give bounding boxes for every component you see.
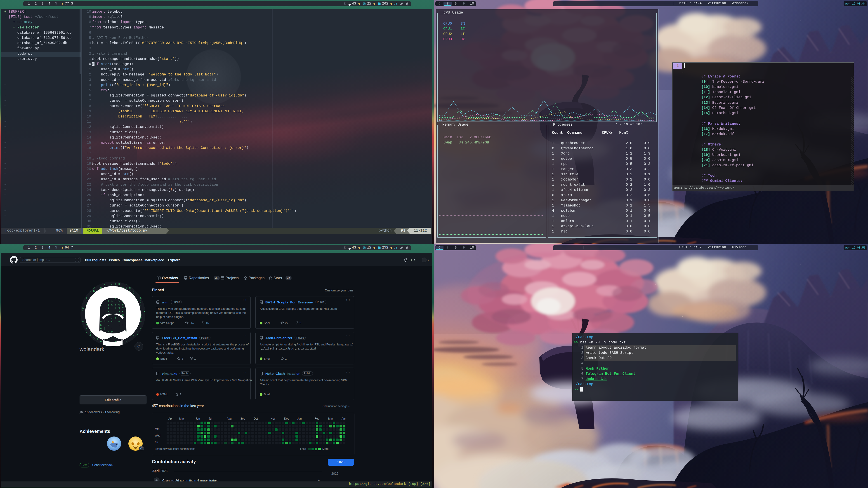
svg-text:R: R xyxy=(144,330,145,333)
svg-text:N: N xyxy=(140,297,142,299)
svg-text:?: ? xyxy=(86,327,87,330)
svg-text:R: R xyxy=(119,320,120,323)
svg-text:R: R xyxy=(129,287,131,289)
svg-text:N: N xyxy=(136,290,138,293)
svg-text:>: > xyxy=(97,283,98,286)
svg-text:K: K xyxy=(82,341,84,344)
svg-text:N: N xyxy=(100,327,102,330)
svg-text:l: l xyxy=(107,300,109,303)
svg-text:/: / xyxy=(133,287,134,289)
svg-text:%: % xyxy=(107,310,109,313)
svg-text:[: [ xyxy=(144,287,145,289)
svg-text:+: + xyxy=(136,330,138,333)
svg-text:G: G xyxy=(119,303,120,306)
svg-text:{: { xyxy=(82,283,84,286)
svg-text:a: a xyxy=(82,334,84,336)
svg-text:": " xyxy=(126,341,127,344)
svg-text:+: + xyxy=(136,287,138,289)
svg-text:[: [ xyxy=(86,287,87,289)
svg-text:y: y xyxy=(104,283,105,286)
svg-text:|: | xyxy=(82,300,84,303)
svg-text:<: < xyxy=(86,341,87,344)
svg-text:M: M xyxy=(140,283,142,286)
svg-text:B: B xyxy=(82,320,84,323)
svg-text:]: ] xyxy=(140,300,142,303)
svg-text:?: ? xyxy=(133,334,134,336)
svg-text:0: 0 xyxy=(111,330,113,333)
svg-text:#: # xyxy=(107,324,109,326)
svg-text:K: K xyxy=(122,310,124,313)
svg-text:/: / xyxy=(129,341,131,344)
svg-text:{: { xyxy=(126,283,127,286)
svg-text:y: y xyxy=(100,341,102,344)
svg-text:v: v xyxy=(111,317,113,320)
svg-text:": " xyxy=(82,310,84,313)
svg-text:/: / xyxy=(133,344,134,346)
svg-text:p: p xyxy=(90,341,91,344)
svg-text:2: 2 xyxy=(86,330,87,333)
svg-text:+: + xyxy=(140,320,142,323)
svg-text:/: / xyxy=(86,293,87,296)
svg-text:<: < xyxy=(136,334,138,336)
svg-text:a: a xyxy=(140,327,142,330)
svg-text:b: b xyxy=(93,287,95,289)
svg-text:N: N xyxy=(144,337,145,340)
svg-text:&: & xyxy=(133,341,134,344)
svg-text:v: v xyxy=(115,337,116,340)
svg-text:{: { xyxy=(126,287,127,289)
svg-text:!: ! xyxy=(122,324,124,326)
svg-text:#: # xyxy=(115,306,116,309)
svg-text:y: y xyxy=(90,290,91,293)
svg-text:&: & xyxy=(90,334,91,336)
svg-text:1: 1 xyxy=(82,306,84,309)
svg-text:K: K xyxy=(111,303,113,306)
svg-text:G: G xyxy=(90,337,91,340)
svg-text:a: a xyxy=(86,297,87,299)
svg-text:u: u xyxy=(115,300,116,303)
svg-text:G: G xyxy=(93,341,95,344)
svg-text:[: [ xyxy=(82,293,84,296)
svg-text:b: b xyxy=(122,303,124,306)
svg-text:u: u xyxy=(119,306,120,309)
svg-text:p: p xyxy=(133,337,134,340)
svg-text:=: = xyxy=(144,327,145,330)
svg-text:|: | xyxy=(104,327,105,330)
svg-text:*: * xyxy=(107,330,109,333)
svg-text:?: ? xyxy=(115,317,116,320)
svg-text:a: a xyxy=(119,310,120,313)
svg-text:.: . xyxy=(119,324,120,326)
svg-text:/: / xyxy=(140,303,142,306)
svg-text:R: R xyxy=(122,314,124,316)
svg-text:/: / xyxy=(111,283,113,286)
svg-text:v: v xyxy=(129,283,131,286)
svg-text:G: G xyxy=(90,283,91,286)
svg-text:I: I xyxy=(140,330,142,333)
svg-text::: : xyxy=(140,287,142,289)
svg-text:&: & xyxy=(111,300,113,303)
svg-text:K: K xyxy=(119,283,120,286)
svg-text:<: < xyxy=(133,290,134,293)
svg-text:b: b xyxy=(107,306,109,309)
svg-text:y: y xyxy=(122,306,124,309)
svg-text:B: B xyxy=(93,290,95,293)
svg-text:6: 6 xyxy=(115,303,116,306)
svg-text:]: ] xyxy=(115,283,116,286)
svg-text:?: ? xyxy=(140,290,142,293)
svg-text:R: R xyxy=(144,310,145,313)
svg-text:]: ] xyxy=(107,303,109,306)
svg-text:*: * xyxy=(136,337,138,340)
svg-text:%: % xyxy=(144,297,145,299)
svg-text:}: } xyxy=(93,337,95,340)
svg-text:>: > xyxy=(119,300,120,303)
svg-text:a: a xyxy=(107,320,109,323)
svg-text::: : xyxy=(104,310,105,313)
svg-text:|: | xyxy=(97,337,98,340)
svg-text:u: u xyxy=(140,293,142,296)
svg-text:&: & xyxy=(100,320,102,323)
svg-text:<: < xyxy=(111,320,113,323)
svg-text:?: ? xyxy=(144,334,145,336)
svg-text:+: + xyxy=(90,293,91,296)
svg-text:b: b xyxy=(100,324,102,326)
svg-text:b: b xyxy=(86,334,87,336)
svg-text:B: B xyxy=(126,344,127,346)
